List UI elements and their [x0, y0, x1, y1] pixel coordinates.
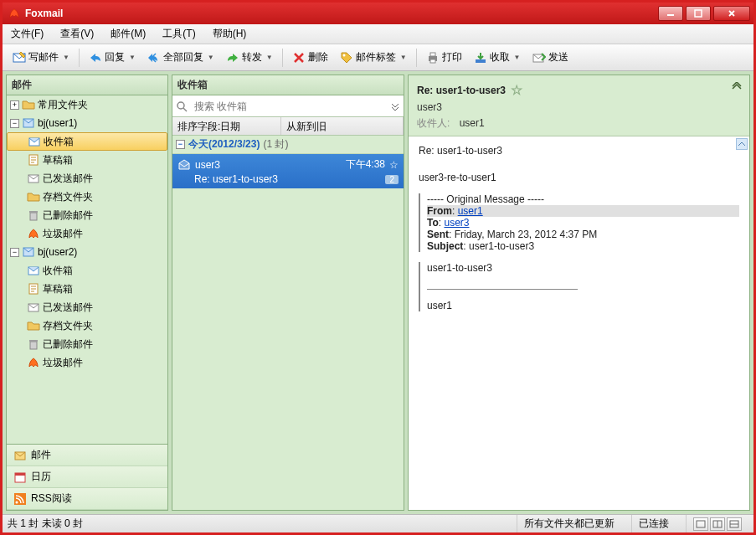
- svg-rect-20: [29, 340, 38, 342]
- mail-item[interactable]: user3 下午4:38 ☆ Re: user1-to-user3 2: [172, 154, 404, 188]
- body-text: Re: user1-to-user3: [419, 145, 739, 157]
- dropdown-icon: ▼: [400, 54, 407, 61]
- account-icon: [22, 116, 35, 130]
- svg-point-3: [342, 54, 345, 56]
- folder-inbox[interactable]: 收件箱: [7, 132, 167, 151]
- reply-icon: [89, 51, 102, 64]
- folder-sent[interactable]: 已发送邮件: [7, 298, 167, 316]
- mail-open-icon: [177, 158, 191, 172]
- layout-button-1[interactable]: [693, 517, 708, 531]
- collapse-icon[interactable]: −: [176, 140, 185, 149]
- app-icon: [8, 7, 21, 20]
- account-node[interactable]: − bj(user2): [7, 243, 167, 261]
- search-input[interactable]: [191, 99, 387, 114]
- folder-archive[interactable]: 存档文件夹: [7, 316, 167, 335]
- dropdown-icon: ▼: [514, 54, 521, 61]
- delete-button[interactable]: 删除: [287, 48, 333, 67]
- recipient-value: user1: [460, 117, 485, 129]
- calendar-icon: [13, 471, 27, 484]
- folder-common[interactable]: + 常用文件夹: [7, 95, 167, 114]
- folder-archive[interactable]: 存档文件夹: [7, 188, 167, 206]
- send-button[interactable]: 发送: [527, 48, 573, 67]
- spam-icon: [27, 227, 40, 240]
- folder-spam[interactable]: 垃圾邮件: [7, 353, 167, 372]
- folder-inbox[interactable]: 收件箱: [7, 261, 167, 280]
- trash-icon: [27, 337, 40, 351]
- svg-rect-13: [30, 213, 37, 220]
- folder-icon: [22, 98, 35, 111]
- preview-body: Re: user1-to-user3 user3-re-to-user1 ---…: [409, 136, 749, 510]
- toolbar: 写邮件▼ 回复▼ 全部回复▼ 转发▼ 删除 邮件标签▼ 打印: [3, 44, 753, 71]
- folder-sent[interactable]: 已发送邮件: [7, 169, 167, 188]
- svg-rect-19: [30, 342, 37, 349]
- sidebar-panel: 邮件 + 常用文件夹 − bj(user1) 收件箱: [6, 75, 168, 511]
- star-icon[interactable]: ☆: [511, 82, 522, 98]
- spam-icon: [27, 356, 40, 369]
- mail-count-badge: 2: [385, 175, 399, 184]
- receive-button[interactable]: 收取▼: [469, 48, 526, 67]
- collapse-icon[interactable]: −: [10, 248, 19, 257]
- mail-icon: [13, 449, 27, 462]
- folder-trash[interactable]: 已删除邮件: [7, 335, 167, 353]
- menu-tools[interactable]: 工具(T): [159, 25, 198, 43]
- close-button[interactable]: [713, 6, 750, 21]
- nav-calendar[interactable]: 日历: [7, 466, 167, 488]
- minimize-button[interactable]: [658, 6, 683, 21]
- maximize-button[interactable]: [686, 6, 711, 21]
- folder-trash[interactable]: 已删除邮件: [7, 206, 167, 224]
- menu-view[interactable]: 查看(V): [57, 25, 97, 43]
- recipient-label: 收件人:: [417, 117, 450, 129]
- tags-button[interactable]: 邮件标签▼: [335, 48, 412, 67]
- print-icon: [426, 51, 440, 64]
- layout-button-2[interactable]: [710, 517, 725, 531]
- nav-rss[interactable]: RSS阅读: [7, 488, 167, 510]
- sort-order[interactable]: 从新到旧: [281, 117, 404, 135]
- sent-icon: [27, 172, 40, 185]
- star-icon[interactable]: ☆: [389, 159, 399, 171]
- to-link[interactable]: user3: [444, 217, 469, 229]
- preview-subject: Re: user1-to-user3: [417, 85, 506, 96]
- print-button[interactable]: 打印: [421, 48, 467, 67]
- collapse-header-button[interactable]: [731, 82, 743, 90]
- original-message-block: ----- Original Message ----- From: user1…: [419, 193, 739, 252]
- dropdown-icon: ▼: [266, 54, 273, 61]
- folder-icon: [27, 190, 40, 203]
- trash-icon: [27, 208, 40, 222]
- account-node[interactable]: − bj(user1): [7, 114, 167, 132]
- inbox-icon: [27, 264, 40, 277]
- sort-field[interactable]: 排序字段:日期: [172, 117, 281, 135]
- folder-spam[interactable]: 垃圾邮件: [7, 224, 167, 243]
- svg-rect-6: [430, 59, 435, 63]
- mail-time: 下午4:38: [346, 157, 385, 172]
- sidebar-header: 邮件: [7, 75, 167, 95]
- menu-mail[interactable]: 邮件(M): [107, 25, 149, 43]
- delete-icon: [292, 51, 306, 64]
- expand-icon[interactable]: +: [10, 100, 19, 110]
- scroll-up-button[interactable]: [736, 138, 748, 150]
- nav-mail[interactable]: 邮件: [7, 445, 167, 466]
- compose-button[interactable]: 写邮件▼: [8, 48, 75, 67]
- dropdown-icon: ▼: [129, 54, 136, 61]
- folder-drafts[interactable]: 草稿箱: [7, 280, 167, 298]
- menu-help[interactable]: 帮助(H): [209, 25, 250, 43]
- quoted-block: user1-to-user3 user1: [419, 262, 739, 311]
- mail-group[interactable]: − 今天(2012/3/23) (1 封): [172, 136, 404, 154]
- drafts-icon: [27, 153, 40, 167]
- statusbar: 共 1 封 未读 0 封 所有文件夹都已更新 已连接: [3, 514, 753, 532]
- layout-button-3[interactable]: [727, 517, 742, 531]
- menu-file[interactable]: 文件(F): [8, 25, 47, 43]
- from-link[interactable]: user1: [458, 205, 483, 217]
- drafts-icon: [27, 282, 40, 296]
- app-title: Foxmail: [25, 8, 63, 19]
- svg-rect-27: [697, 521, 705, 527]
- preview-panel: Re: user1-to-user3 ☆ user3 收件人: user1 Re…: [408, 75, 750, 511]
- body-text: user3-re-to-user1: [419, 172, 739, 183]
- status-connection: 已连接: [631, 515, 676, 532]
- reply-button[interactable]: 回复▼: [84, 48, 141, 67]
- reply-all-button[interactable]: 全部回复▼: [142, 48, 219, 67]
- search-dropdown[interactable]: [387, 101, 404, 111]
- collapse-icon[interactable]: −: [10, 119, 19, 128]
- forward-button[interactable]: 转发▼: [221, 48, 278, 67]
- folder-drafts[interactable]: 草稿箱: [7, 151, 167, 169]
- status-sync: 所有文件夹都已更新: [517, 515, 621, 532]
